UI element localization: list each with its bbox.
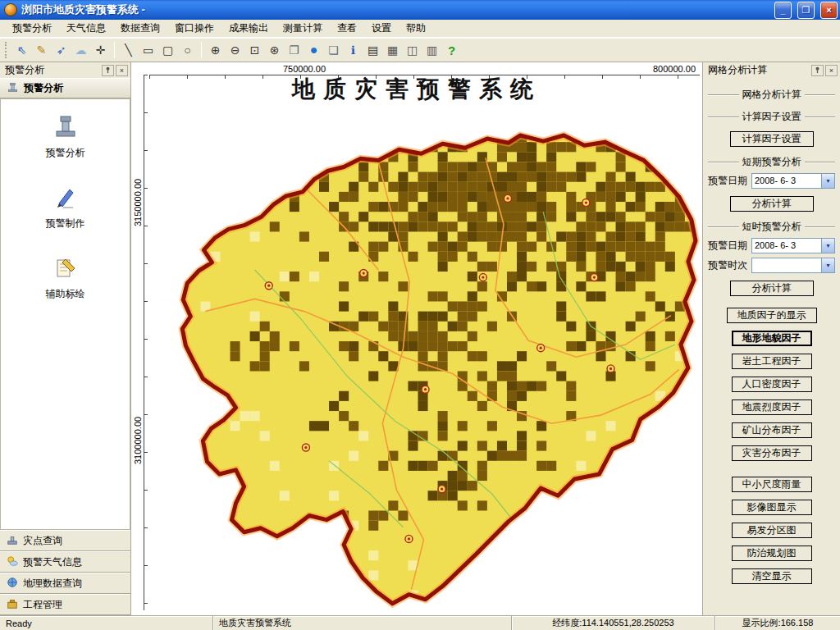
section-title-label: 网格分析计算 xyxy=(739,88,805,102)
info-icon[interactable]: ℹ xyxy=(344,41,363,59)
chevron-down-icon[interactable]: ▼ xyxy=(821,239,834,253)
section-title-label: 计算因子设置 xyxy=(739,110,805,124)
right-panel-close-icon[interactable]: × xyxy=(825,65,838,76)
main-area: 预警分析 × 预警分析 预警分析 预警制作 xyxy=(0,62,840,615)
map-title: 地质灾害预警系统 xyxy=(131,74,702,105)
sidebar-section-weather-info[interactable]: 预警天气信息 xyxy=(0,551,130,573)
copy-view-icon[interactable]: ❐ xyxy=(285,41,304,59)
maximize-button[interactable]: ❐ xyxy=(797,2,815,19)
dart-tool-icon[interactable]: ➶ xyxy=(52,41,71,59)
left-panel-caption: 预警分析 × xyxy=(0,62,130,78)
toolbar-grip[interactable] xyxy=(5,42,7,58)
aux-plotting-icon xyxy=(52,253,80,284)
menu-item-help[interactable]: 帮助 xyxy=(399,19,433,38)
globe-icon[interactable]: ● xyxy=(304,41,323,59)
section-label: 地理数据查询 xyxy=(23,577,82,591)
rainfall-button[interactable]: 中小尺度雨量 xyxy=(732,477,812,492)
tool-aux-plotting[interactable]: 辅助标绘 xyxy=(1,253,130,301)
rect-tool-icon[interactable]: ▭ xyxy=(139,41,158,59)
left-panel-close-icon[interactable]: × xyxy=(116,65,128,76)
minimize-button[interactable]: _ xyxy=(774,2,792,19)
short-time-period-combo[interactable]: ▼ xyxy=(751,258,835,273)
menu-item-weather-info[interactable]: 天气信息 xyxy=(59,19,113,38)
short-term-date-combo[interactable]: 2008- 6- 3 ▼ xyxy=(751,173,835,189)
zoom-out-icon[interactable]: ⊖ xyxy=(226,41,244,59)
grid-analysis-panel: 网格分析计算 计算因子设置 计算因子设置 短期预警分析 预警日期 2008- 6… xyxy=(703,78,840,615)
pin-icon[interactable] xyxy=(811,65,824,76)
tool-warning-making[interactable]: 预警制作 xyxy=(1,183,130,231)
select-tool-icon[interactable]: ⇖ xyxy=(12,41,31,59)
menu-item-window-ops[interactable]: 窗口操作 xyxy=(167,19,221,38)
ruler-label-y1: 3150000.00 xyxy=(133,177,143,228)
cloud-tool-icon[interactable]: ☁ xyxy=(71,41,90,59)
edit-tool-icon[interactable]: ✎ xyxy=(32,41,51,59)
susceptibility-map-button[interactable]: 易发分区图 xyxy=(732,523,812,538)
sidebar-section-geo-data-query[interactable]: 地理数据查询 xyxy=(0,573,130,594)
factor-button-mines[interactable]: 矿山分布因子 xyxy=(732,422,812,438)
help-icon[interactable]: ? xyxy=(442,41,461,59)
chevron-down-icon[interactable]: ▼ xyxy=(821,174,834,188)
ellipse-tool-icon[interactable]: ○ xyxy=(178,41,197,59)
status-document-name: 地质灾害预警系统 xyxy=(213,616,512,630)
sidebar-section-disaster-query[interactable]: 灾点查询 xyxy=(0,530,130,551)
short-time-analyze-button[interactable]: 分析计算 xyxy=(730,281,814,296)
right-panel: 网格分析计算 × 网格分析计算 计算因子设置 计算因子设置 短期预警分析 预警日… xyxy=(702,62,840,615)
ruler-label-x1: 750000.00 xyxy=(281,64,327,74)
imagery-button[interactable]: 影像图显示 xyxy=(732,500,812,515)
left-panel: 预警分析 × 预警分析 预警分析 预警制作 xyxy=(0,62,131,615)
report-icon[interactable]: ▤ xyxy=(363,41,382,59)
zoom-window-icon[interactable]: ⊡ xyxy=(245,41,264,59)
layers-icon[interactable]: ❏ xyxy=(324,41,343,59)
zoom-in-icon[interactable]: ⊕ xyxy=(206,41,225,59)
factor-setup-button[interactable]: 计算因子设置 xyxy=(730,131,814,147)
clear-display-button[interactable]: 清空显示 xyxy=(732,568,812,584)
menu-item-warning-analysis[interactable]: 预警分析 xyxy=(5,19,59,38)
right-panel-title: 网格分析计算 xyxy=(708,63,810,77)
spacer xyxy=(706,461,837,469)
rounded-rect-tool-icon[interactable]: ▢ xyxy=(158,41,177,59)
left-panel-header: 预警分析 xyxy=(0,78,130,98)
left-tool-list: 预警分析 预警制作 辅助标绘 xyxy=(0,98,130,530)
tool-warning-analysis[interactable]: 预警分析 xyxy=(1,112,130,160)
pin-icon[interactable] xyxy=(102,65,114,76)
print-setup-icon[interactable]: ▥ xyxy=(422,41,441,59)
map-viewport[interactable]: 750000.00 800000.00 3150000.00 3100000.0… xyxy=(131,62,702,615)
window-title: 浏阳市地质灾害预警系统 - xyxy=(21,2,769,17)
close-button[interactable]: × xyxy=(820,2,838,19)
menu-item-result-output[interactable]: 成果输出 xyxy=(221,19,276,38)
menu-item-view[interactable]: 查看 xyxy=(330,19,364,38)
status-scale: 显示比例:166.158 xyxy=(715,616,840,630)
toolbar: ⇖ ✎ ➶ ☁ ✛ ╲ ▭ ▢ ○ ⊕ ⊖ ⊡ ⊛ ❐ ● ❏ ℹ ▤ ▦ ◫ … xyxy=(0,38,840,62)
zoom-full-extent-icon[interactable]: ⊛ xyxy=(265,41,284,59)
factor-button-disasters[interactable]: 灾害分布因子 xyxy=(732,445,812,461)
sidebar-section-project-management[interactable]: 工程管理 xyxy=(0,594,130,615)
short-time-date-combo[interactable]: 2008- 6- 3 ▼ xyxy=(751,238,835,253)
short-term-analyze-button[interactable]: 分析计算 xyxy=(730,196,814,212)
factor-button-geotech[interactable]: 岩土工程因子 xyxy=(732,354,812,369)
short-term-date-row: 预警日期 2008- 6- 3 ▼ xyxy=(708,173,835,189)
toolbar-separator xyxy=(201,42,202,58)
factor-button-population[interactable]: 人口密度因子 xyxy=(732,377,812,392)
short-time-period-row: 预警时次 ▼ xyxy=(708,258,835,273)
ruler-label-x2: 800000.00 xyxy=(651,64,697,74)
chevron-down-icon[interactable]: ▼ xyxy=(821,258,834,272)
prevention-plan-button[interactable]: 防治规划图 xyxy=(732,546,812,561)
tool-label: 辅助标绘 xyxy=(46,287,85,301)
status-coordinates: 经纬度:114.140551,28.250253 xyxy=(512,616,715,630)
project-management-icon xyxy=(7,598,18,612)
factor-button-terrain[interactable]: 地形地貌因子 xyxy=(732,331,812,346)
menu-item-settings[interactable]: 设置 xyxy=(364,19,399,38)
menu-item-measure-calc[interactable]: 测量计算 xyxy=(276,19,330,38)
toolbar-separator xyxy=(114,42,115,58)
short-term-date-value: 2008- 6- 3 xyxy=(752,174,821,188)
line-tool-icon[interactable]: ╲ xyxy=(119,41,138,59)
status-ready: Ready xyxy=(0,616,213,630)
print-preview-icon[interactable]: ◫ xyxy=(403,41,422,59)
tool-label: 预警制作 xyxy=(46,217,85,231)
menu-item-data-query[interactable]: 数据查询 xyxy=(113,19,167,38)
section-label: 灾点查询 xyxy=(23,534,62,548)
move-tool-icon[interactable]: ✛ xyxy=(91,41,110,59)
factor-button-seismic[interactable]: 地震烈度因子 xyxy=(732,399,812,415)
print-icon[interactable]: ▦ xyxy=(383,41,402,59)
section-title-label: 短时预警分析 xyxy=(739,220,805,234)
